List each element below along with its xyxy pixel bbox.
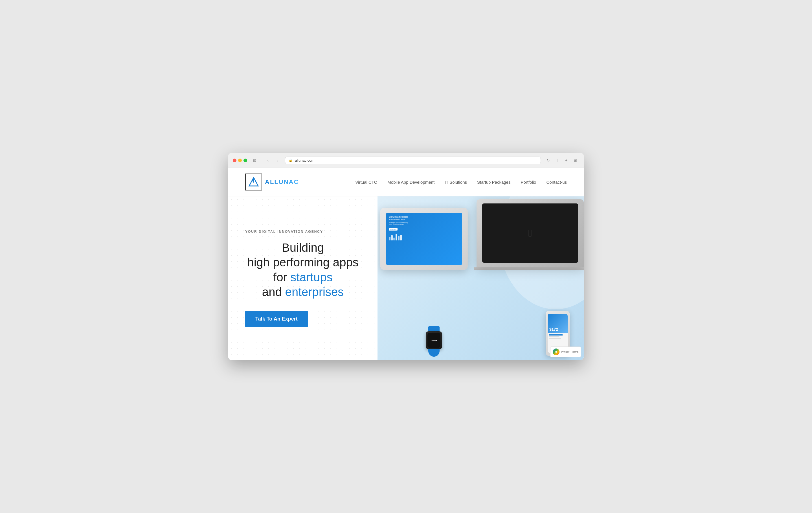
url-text: allunac.com	[295, 158, 314, 163]
nav-item-mobile-app[interactable]: Mobile App Development	[387, 180, 435, 184]
recaptcha-icon: ↺	[553, 348, 559, 355]
watch-band-top	[428, 326, 440, 331]
tablet-desc: Your digital partner for buildingworld-c…	[389, 222, 459, 226]
laptop-device: 	[476, 199, 584, 270]
forward-button[interactable]: ›	[274, 156, 282, 164]
nav-item-startup-packages[interactable]: Startup Packages	[477, 180, 511, 184]
watch-case: 10:09	[426, 331, 442, 349]
nav-item-it-solutions[interactable]: IT Solutions	[445, 180, 467, 184]
watch-screen: 10:09	[428, 333, 440, 348]
tablet-screen: Growth and successare fostered here. You…	[386, 213, 462, 265]
headline-line1: Building	[282, 241, 324, 254]
headline-highlight-startups: startups	[290, 270, 332, 284]
sidebar-toggle-button[interactable]: ⊡	[251, 156, 258, 164]
hero-headline: Building high performing apps for startu…	[245, 240, 360, 300]
laptop-body: 	[476, 199, 584, 267]
reload-button[interactable]: ↻	[544, 156, 552, 164]
logo-icon	[248, 176, 259, 188]
recaptcha-text: Privacy · Terms	[561, 350, 578, 353]
tablet-device: Growth and successare fostered here. You…	[380, 208, 468, 270]
site-nav: Virtual CTO Mobile App Development IT So…	[355, 180, 567, 184]
security-icon: 🔒	[289, 159, 293, 162]
nav-item-portfolio[interactable]: Portfolio	[521, 180, 536, 184]
hero-section: YOUR DIGITAL INNOVATION AGENCY Building …	[228, 196, 584, 360]
grid-view-button[interactable]: ⊞	[571, 156, 579, 164]
browser-actions: ↻ ↑ + ⊞	[544, 156, 579, 164]
headline-line2: high performing apps	[247, 256, 358, 269]
tablet-screen-content: Growth and successare fostered here. You…	[386, 213, 462, 243]
browser-navigation: ‹ ›	[264, 156, 282, 164]
headline-line3-prefix: for	[273, 270, 291, 284]
share-button[interactable]: ↑	[553, 156, 561, 164]
hero-left: YOUR DIGITAL INNOVATION AGENCY Building …	[228, 196, 377, 360]
watch-band-bottom	[428, 349, 440, 357]
device-mockup: Growth and successare fostered here. You…	[377, 196, 584, 360]
logo-box	[245, 174, 262, 191]
recaptcha-badge: ↺ Privacy · Terms	[550, 346, 581, 357]
browser-chrome: ⊡ ‹ › 🔒 allunac.com ↻ ↑ + ⊞	[228, 153, 584, 168]
laptop-screen: 	[482, 203, 578, 263]
hero-tagline: YOUR DIGITAL INNOVATION AGENCY	[245, 230, 360, 234]
site-header: ALLUNAC Virtual CTO Mobile App Developme…	[228, 168, 584, 196]
minimize-button[interactable]	[238, 159, 242, 162]
phone-price: $172	[549, 327, 558, 332]
tablet-chart	[389, 232, 459, 240]
tablet-title: Growth and successare fostered here.	[389, 216, 459, 221]
logo-text: ALLUNAC	[265, 178, 299, 186]
window-controls	[233, 159, 247, 162]
nav-item-virtual-cto[interactable]: Virtual CTO	[355, 180, 377, 184]
smartwatch-device: 10:09	[423, 326, 445, 354]
website-content: ALLUNAC Virtual CTO Mobile App Developme…	[228, 168, 584, 360]
browser-window: ⊡ ‹ › 🔒 allunac.com ↻ ↑ + ⊞	[228, 153, 584, 360]
hero-right: Growth and successare fostered here. You…	[377, 196, 584, 360]
cta-button[interactable]: Talk To An Expert	[245, 311, 308, 327]
laptop-base	[474, 267, 584, 270]
close-button[interactable]	[233, 159, 236, 162]
apple-logo-icon: 	[528, 227, 532, 239]
phone-screen-top: $172	[548, 314, 568, 333]
tablet-cta: Learn More	[389, 228, 397, 231]
maximize-button[interactable]	[243, 159, 247, 162]
back-button[interactable]: ‹	[264, 156, 272, 164]
address-bar[interactable]: 🔒 allunac.com	[285, 156, 541, 164]
watch-time: 10:09	[431, 339, 437, 342]
logo-container[interactable]: ALLUNAC	[245, 174, 299, 191]
headline-line4-prefix: and	[262, 285, 285, 298]
tablet-body: Growth and successare fostered here. You…	[380, 208, 468, 270]
nav-item-contact[interactable]: Contact-us	[546, 180, 567, 184]
headline-highlight-enterprises: enterprises	[285, 285, 344, 298]
new-tab-button[interactable]: +	[562, 156, 570, 164]
